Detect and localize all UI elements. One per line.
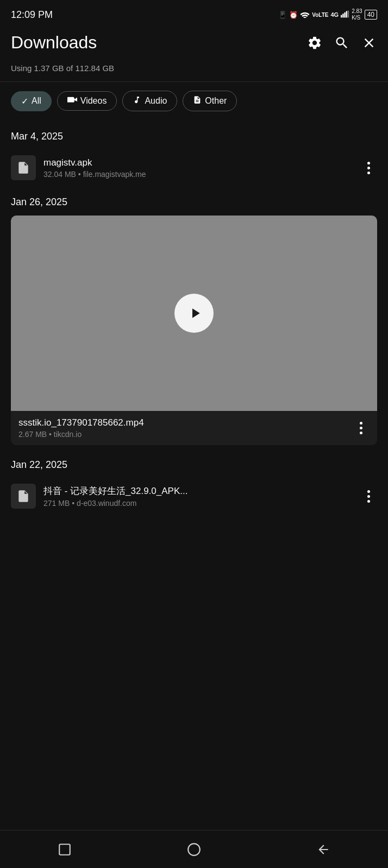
tab-all-label: All xyxy=(32,96,41,106)
video-thumbnail[interactable] xyxy=(11,216,377,411)
tab-all[interactable]: ✓ All xyxy=(11,91,52,111)
apk-file-icon-2 xyxy=(11,484,36,509)
play-button[interactable] xyxy=(174,294,214,333)
4g-icon: 4G xyxy=(330,11,339,18)
bottom-nav xyxy=(0,830,388,868)
check-icon: ✓ xyxy=(21,96,28,106)
date-header-jan26: Jan 26, 2025 xyxy=(11,186,377,216)
list-item[interactable]: 抖音 - 记录美好生活_32.9.0_APK... 271 MB • d-e03… xyxy=(11,478,377,514)
tab-other[interactable]: Other xyxy=(183,91,237,111)
wifi-icon xyxy=(300,10,310,20)
settings-button[interactable] xyxy=(306,35,323,51)
file-meta: 32.04 MB • file.magistvapk.me xyxy=(43,170,352,179)
signal-icon xyxy=(341,10,349,20)
tab-videos[interactable]: Videos xyxy=(57,91,117,111)
file-name: magistv.apk xyxy=(43,157,352,168)
svg-rect-2 xyxy=(345,12,346,17)
alarm-icon: ⏰ xyxy=(289,11,298,19)
svg-marker-6 xyxy=(76,98,77,102)
section-mar-2025: Mar 4, 2025 magistv.apk 32.04 MB • file.… xyxy=(11,120,377,186)
filter-tabs: ✓ All Videos Audio Other xyxy=(0,82,388,120)
video-name: ssstik.io_1737901785662.mp4 xyxy=(18,417,345,428)
svg-rect-1 xyxy=(342,14,343,17)
tab-audio-label: Audio xyxy=(145,96,167,106)
svg-rect-8 xyxy=(59,844,70,855)
header-actions xyxy=(306,35,377,51)
file-more-button[interactable] xyxy=(360,159,377,176)
music-icon xyxy=(133,96,141,106)
file-info-2: 抖音 - 记录美好生活_32.9.0_APK... 271 MB • d-e03… xyxy=(43,485,352,508)
home-button[interactable] xyxy=(180,836,208,863)
svg-rect-5 xyxy=(67,97,74,102)
file-more-button-2[interactable] xyxy=(360,487,377,505)
tab-videos-label: Videos xyxy=(80,96,107,106)
svg-marker-7 xyxy=(192,308,200,318)
document-icon xyxy=(193,96,202,106)
search-button[interactable] xyxy=(334,35,350,51)
file-name-2: 抖音 - 记录美好生活_32.9.0_APK... xyxy=(43,485,352,497)
svg-rect-4 xyxy=(348,10,349,17)
volte-icon: VoLTE xyxy=(312,12,328,18)
file-meta-2: 271 MB • d-e03.winudf.com xyxy=(43,499,352,508)
header: Downloads xyxy=(0,27,388,60)
tab-other-label: Other xyxy=(205,96,227,106)
downloads-content: Mar 4, 2025 magistv.apk 32.04 MB • file.… xyxy=(0,120,388,563)
date-header-mar: Mar 4, 2025 xyxy=(11,120,377,150)
tab-audio[interactable]: Audio xyxy=(122,91,177,111)
video-info: ssstik.io_1737901785662.mp4 2.67 MB • ti… xyxy=(11,411,377,445)
speed-icon: 2.83K/S xyxy=(352,8,362,21)
apk-file-icon xyxy=(11,155,36,180)
status-time: 12:09 PM xyxy=(11,9,53,21)
file-info: magistv.apk 32.04 MB • file.magistvapk.m… xyxy=(43,157,352,179)
list-item[interactable]: magistv.apk 32.04 MB • file.magistvapk.m… xyxy=(11,150,377,186)
recent-button[interactable] xyxy=(51,836,78,863)
status-bar: 12:09 PM 📱 ⏰ VoLTE 4G 2.83K/S 40 xyxy=(0,0,388,27)
status-icons: 📱 ⏰ VoLTE 4G 2.83K/S 40 xyxy=(278,8,377,21)
page-title: Downloads xyxy=(11,33,97,53)
svg-rect-3 xyxy=(346,11,347,17)
battery-icon: 40 xyxy=(365,10,377,20)
video-camera-icon xyxy=(67,96,77,106)
section-jan26-2025: Jan 26, 2025 ssstik.io_1737901785662.mp4… xyxy=(11,186,377,445)
section-jan22-2025: Jan 22, 2025 抖音 - 记录美好生活_32.9.0_APK... 2… xyxy=(11,448,377,514)
phone-icon: 📱 xyxy=(278,11,287,19)
storage-text: Using 1.37 GB of 112.84 GB xyxy=(11,64,114,73)
storage-info: Using 1.37 GB of 112.84 GB xyxy=(0,60,388,82)
close-button[interactable] xyxy=(361,35,377,51)
back-button[interactable] xyxy=(310,836,337,863)
video-card[interactable]: ssstik.io_1737901785662.mp4 2.67 MB • ti… xyxy=(11,216,377,445)
video-text: ssstik.io_1737901785662.mp4 2.67 MB • ti… xyxy=(18,417,345,439)
svg-rect-0 xyxy=(341,15,342,17)
date-header-jan22: Jan 22, 2025 xyxy=(11,448,377,478)
svg-point-9 xyxy=(188,844,200,856)
video-meta: 2.67 MB • tikcdn.io xyxy=(18,430,345,439)
video-more-button[interactable] xyxy=(352,420,370,437)
